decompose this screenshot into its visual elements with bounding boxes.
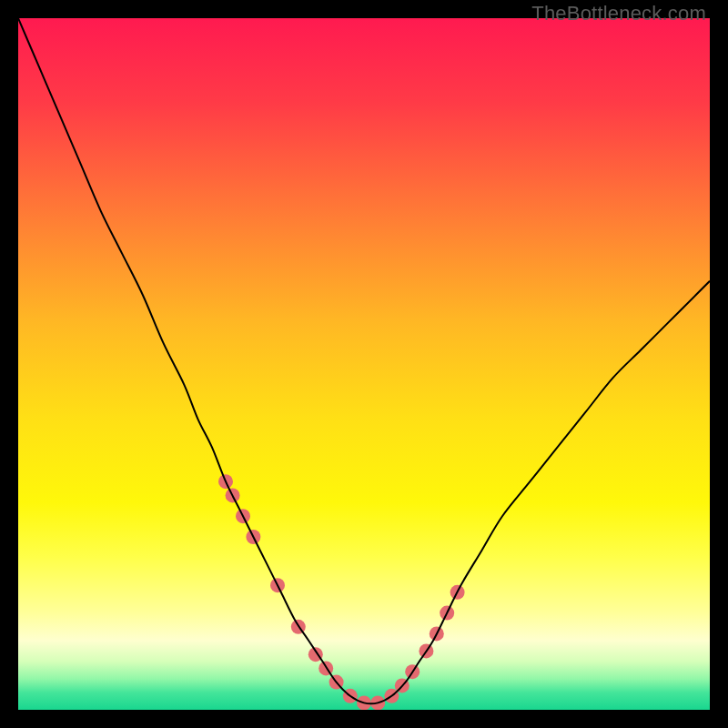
watermark-text: TheBottleneck.com bbox=[531, 2, 706, 25]
chart-background bbox=[18, 18, 710, 710]
chart-frame bbox=[18, 18, 710, 710]
bottleneck-chart bbox=[18, 18, 710, 710]
